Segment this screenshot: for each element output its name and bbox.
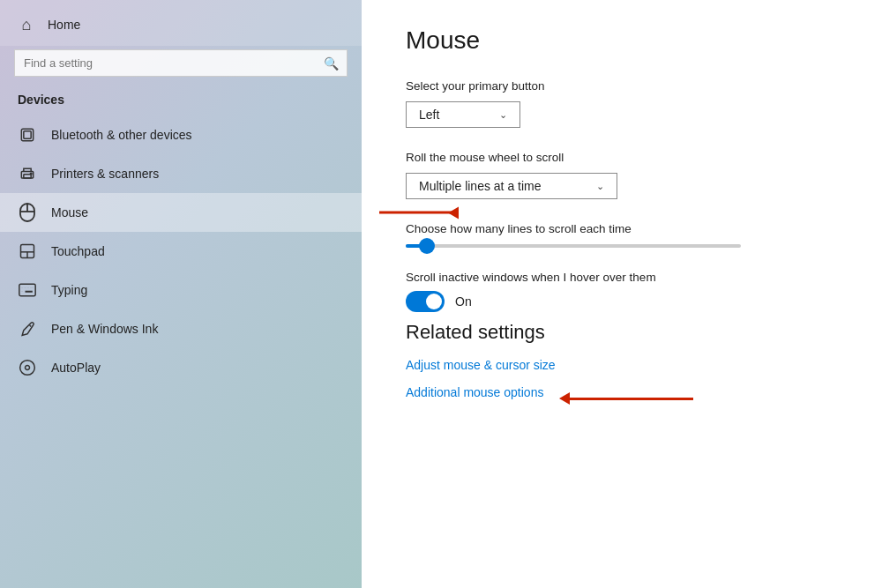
sidebar-item-label-bluetooth: Bluetooth & other devices [51, 128, 192, 142]
svg-point-19 [20, 361, 35, 376]
main-content: Mouse Select your primary button Left ⌄ … [362, 0, 882, 588]
sidebar-search-container: 🔍 [14, 49, 348, 77]
primary-button-group: Select your primary button Left ⌄ [406, 79, 838, 128]
sidebar: ⌂ Home 🔍 Devices Bluetooth & other devic… [0, 0, 362, 588]
toggle-knob [426, 294, 442, 309]
sidebar-item-printers[interactable]: Printers & scanners [0, 154, 362, 193]
scroll-lines-slider[interactable] [406, 244, 741, 248]
search-input[interactable] [14, 49, 348, 77]
svg-point-20 [26, 366, 30, 370]
svg-rect-3 [24, 175, 31, 178]
sidebar-item-typing[interactable]: Typing [0, 271, 362, 309]
sidebar-item-touchpad[interactable]: Touchpad [0, 232, 362, 271]
typing-icon [18, 280, 37, 300]
scroll-lines-group: Choose how many lines to scroll each tim… [406, 222, 838, 248]
sidebar-item-mouse[interactable]: Mouse [0, 193, 362, 232]
bluetooth-icon [18, 125, 37, 145]
main-panel: Mouse Select your primary button Left ⌄ … [362, 0, 882, 461]
scroll-wheel-group: Roll the mouse wheel to scroll Multiple … [406, 151, 838, 199]
scroll-wheel-chevron: ⌄ [596, 181, 604, 192]
sidebar-item-label-autoplay: AutoPlay [51, 361, 101, 375]
sidebar-item-bluetooth[interactable]: Bluetooth & other devices [0, 115, 362, 154]
toggle-container: On [406, 291, 838, 312]
scroll-wheel-dropdown[interactable]: Multiple lines at a time ⌄ [406, 173, 617, 199]
additional-mouse-link[interactable]: Additional mouse options [406, 385, 543, 399]
scroll-inactive-toggle[interactable] [406, 291, 445, 312]
primary-button-chevron: ⌄ [499, 109, 507, 121]
svg-rect-1 [24, 131, 31, 138]
pen-icon [18, 319, 37, 339]
home-icon: ⌂ [18, 16, 35, 33]
search-icon: 🔍 [324, 56, 339, 71]
scroll-inactive-label: Scroll inactive windows when I hover ove… [406, 271, 838, 284]
sidebar-item-label-mouse: Mouse [51, 205, 88, 220]
sidebar-item-label-printers: Printers & scanners [51, 167, 159, 181]
scroll-wheel-value: Multiple lines at a time [419, 179, 542, 193]
page-title: Mouse [406, 26, 838, 55]
additional-mouse-link-wrapper: Additional mouse options [406, 385, 543, 412]
scroll-lines-label: Choose how many lines to scroll each tim… [406, 222, 838, 235]
home-label: Home [48, 18, 80, 32]
toggle-state-label: On [455, 294, 472, 309]
svg-point-4 [30, 173, 32, 175]
sidebar-item-autoplay[interactable]: AutoPlay [0, 348, 362, 387]
scroll-wheel-label: Roll the mouse wheel to scroll [406, 151, 838, 164]
sidebar-section-label: Devices [0, 87, 362, 115]
sidebar-item-label-typing: Typing [51, 283, 87, 297]
slider-thumb[interactable] [419, 238, 435, 254]
sidebar-item-label-pen: Pen & Windows Ink [51, 322, 158, 336]
primary-button-label: Select your primary button [406, 79, 838, 93]
mouse-icon [18, 203, 37, 222]
scroll-inactive-group: Scroll inactive windows when I hover ove… [406, 271, 838, 312]
related-settings-title: Related settings [406, 321, 838, 344]
sidebar-home-button[interactable]: ⌂ Home [0, 0, 362, 46]
svg-rect-11 [19, 284, 35, 295]
autoplay-icon [18, 358, 37, 377]
primary-button-value: Left [419, 108, 439, 122]
touchpad-icon [18, 242, 37, 261]
adjust-mouse-link[interactable]: Adjust mouse & cursor size [406, 358, 838, 372]
sidebar-item-label-touchpad: Touchpad [51, 244, 105, 258]
sidebar-item-pen[interactable]: Pen & Windows Ink [0, 309, 362, 348]
additional-mouse-arrow [559, 392, 693, 405]
related-settings-group: Related settings Adjust mouse & cursor s… [406, 321, 838, 412]
primary-button-dropdown[interactable]: Left ⌄ [406, 101, 520, 128]
printer-icon [18, 164, 37, 183]
